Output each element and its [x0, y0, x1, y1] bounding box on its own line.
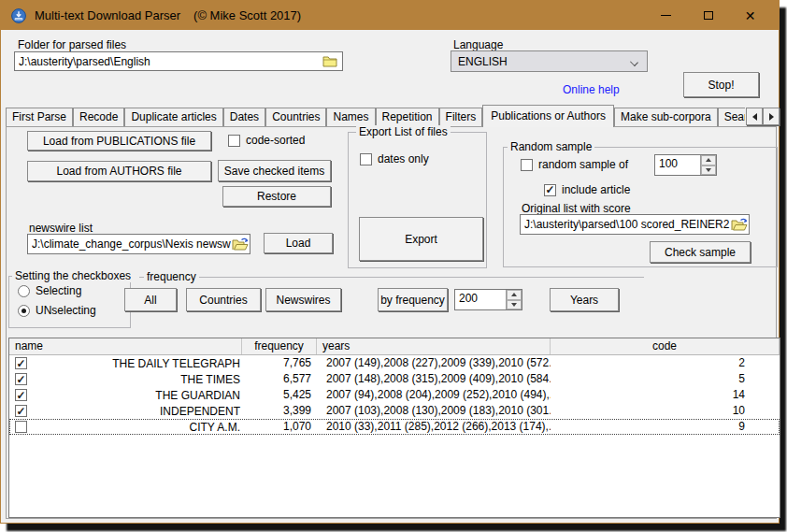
close-button[interactable]: ✕	[729, 1, 771, 30]
tab-scroll-right-button[interactable]	[763, 108, 780, 125]
cell-name: INDEPENDENT	[9, 403, 242, 419]
window-title: Multi-text Download Parser	[35, 8, 180, 22]
tab-search-settings[interactable]: Search Settings	[718, 108, 745, 126]
cell-code: 5	[551, 371, 780, 387]
tab-dates[interactable]: Dates	[223, 108, 265, 126]
language-select[interactable]: ENGLISH	[451, 50, 648, 72]
save-checked-items-button[interactable]: Save checked items	[218, 160, 331, 181]
cell-code: 10	[551, 403, 780, 419]
random-sample-label: random sample of	[538, 158, 628, 171]
table-row[interactable]: INDEPENDENT3,3992007 (103),2008 (130),20…	[9, 403, 780, 419]
row-checkbox-checked-icon[interactable]	[15, 357, 27, 369]
folder-browse-icon[interactable]	[322, 54, 338, 68]
checkbox-checked-icon	[544, 184, 556, 196]
checkbox-icon	[521, 159, 533, 171]
countries-button[interactable]: Countries	[186, 288, 261, 311]
code-sorted-checkbox[interactable]: code-sorted	[228, 134, 305, 147]
spinner-buttons	[700, 155, 716, 175]
spin-up-button[interactable]	[507, 290, 522, 300]
selecting-radio[interactable]: Selecting	[18, 284, 81, 297]
check-sample-button[interactable]: Check sample	[650, 241, 751, 263]
frequency-threshold-spinner[interactable]: 200	[454, 289, 522, 310]
triangle-down-icon	[511, 303, 517, 307]
radio-icon	[18, 285, 30, 297]
maximize-button[interactable]	[687, 1, 729, 30]
column-header-code[interactable]: code	[551, 338, 780, 354]
newswire-list-input[interactable]	[27, 234, 250, 254]
spinner-buttons	[506, 290, 522, 309]
folder-input[interactable]	[14, 51, 343, 71]
stop-button[interactable]: Stop!	[683, 72, 759, 97]
cell-frequency: 3,399	[242, 403, 317, 419]
tab-repetition[interactable]: Repetition	[376, 108, 439, 126]
row-checkbox-icon[interactable]	[15, 421, 27, 433]
row-checkbox-checked-icon[interactable]	[15, 373, 27, 385]
newswires-button[interactable]: Newswires	[265, 288, 341, 311]
cell-years: 2007 (103),2008 (130),2009 (183),2010 (3…	[317, 403, 551, 419]
checkbox-icon	[228, 135, 240, 147]
window-title-copyright: (© Mike Scott 2017)	[193, 8, 301, 22]
column-header-years[interactable]: years	[317, 338, 551, 354]
spin-down-button[interactable]	[701, 165, 716, 176]
chevron-down-icon	[630, 58, 638, 66]
cell-years: 2007 (148),2008 (315),2009 (409),2010 (5…	[317, 371, 551, 387]
column-header-frequency[interactable]: frequency	[242, 338, 317, 354]
export-button[interactable]: Export	[359, 217, 483, 261]
export-group-title: Export List of files	[356, 125, 451, 138]
selecting-label: Selecting	[36, 284, 81, 297]
sample-size-value[interactable]: 100	[655, 155, 700, 175]
tab-scroll-left-button[interactable]	[746, 108, 763, 125]
by-frequency-button[interactable]: by frequency	[378, 288, 448, 311]
spin-up-button[interactable]	[701, 155, 716, 165]
tab-filters[interactable]: Filters	[439, 108, 483, 126]
unselecting-radio[interactable]: UNselecting	[18, 304, 96, 317]
publication-name: THE GUARDIAN	[155, 388, 240, 403]
table-row[interactable]: CITY A.M.1,0702010 (33),2011 (285),2012 …	[9, 419, 780, 435]
language-value: ENGLISH	[458, 55, 508, 68]
tab-publications-or-authors[interactable]: Publications or Authors	[482, 105, 614, 127]
dates-only-label: dates only	[378, 152, 429, 165]
tab-duplicate-articles[interactable]: Duplicate articles	[124, 108, 222, 126]
row-checkbox-checked-icon[interactable]	[15, 405, 27, 417]
minimize-icon	[661, 15, 671, 16]
online-help-link[interactable]: Online help	[563, 83, 620, 96]
minimize-button[interactable]	[645, 1, 687, 30]
cell-code: 14	[551, 387, 780, 403]
table-row[interactable]: THE TIMES6,5772007 (148),2008 (315),2009…	[9, 371, 780, 387]
all-button[interactable]: All	[124, 288, 177, 311]
frequency-threshold-value[interactable]: 200	[455, 290, 506, 309]
restore-button[interactable]: Restore	[222, 186, 331, 207]
tab-names[interactable]: Names	[326, 108, 375, 126]
cell-code: 2	[551, 355, 780, 371]
close-icon: ✕	[745, 9, 756, 22]
tab-recode[interactable]: Recode	[73, 108, 124, 126]
original-list-browse-icon[interactable]	[731, 217, 748, 231]
years-button[interactable]: Years	[550, 288, 619, 311]
tab-first-parse[interactable]: First Parse	[6, 108, 73, 126]
app-window: Multi-text Download Parser (© Mike Scott…	[0, 0, 780, 524]
random-sample-group-title: Random sample	[508, 140, 594, 153]
tab-make-sub-corpora[interactable]: Make sub-corpora	[614, 108, 718, 126]
sample-size-spinner[interactable]: 100	[654, 154, 717, 176]
spin-down-button[interactable]	[507, 300, 522, 310]
table-row[interactable]: THE DAILY TELEGRAPH7,7652007 (149),2008 …	[9, 355, 780, 371]
dates-only-checkbox[interactable]: dates only	[360, 152, 429, 165]
language-label: Language	[453, 38, 503, 51]
publications-list: name frequency years code THE DAILY TELE…	[8, 338, 780, 518]
cell-name: THE TIMES	[9, 371, 242, 387]
cell-frequency: 6,577	[242, 371, 317, 387]
row-checkbox-checked-icon[interactable]	[15, 389, 27, 401]
publication-name: CITY A.M.	[190, 420, 240, 435]
table-row[interactable]: THE GUARDIAN5,4252007 (94),2008 (204),20…	[9, 387, 780, 403]
include-article-checkbox[interactable]: include article	[544, 183, 630, 196]
random-sample-checkbox[interactable]: random sample of	[521, 158, 628, 171]
load-publications-button[interactable]: Load from PUBLICATIONS file	[27, 131, 211, 151]
load-newswire-button[interactable]: Load	[264, 233, 333, 253]
newswire-browse-icon[interactable]	[232, 237, 249, 251]
tab-countries[interactable]: Countries	[265, 108, 326, 126]
window-controls: ✕	[645, 1, 771, 30]
column-header-name[interactable]: name	[9, 338, 242, 354]
load-authors-button[interactable]: Load from AUTHORS file	[27, 161, 211, 181]
cell-name: CITY A.M.	[9, 419, 242, 435]
original-list-input[interactable]	[520, 214, 750, 235]
